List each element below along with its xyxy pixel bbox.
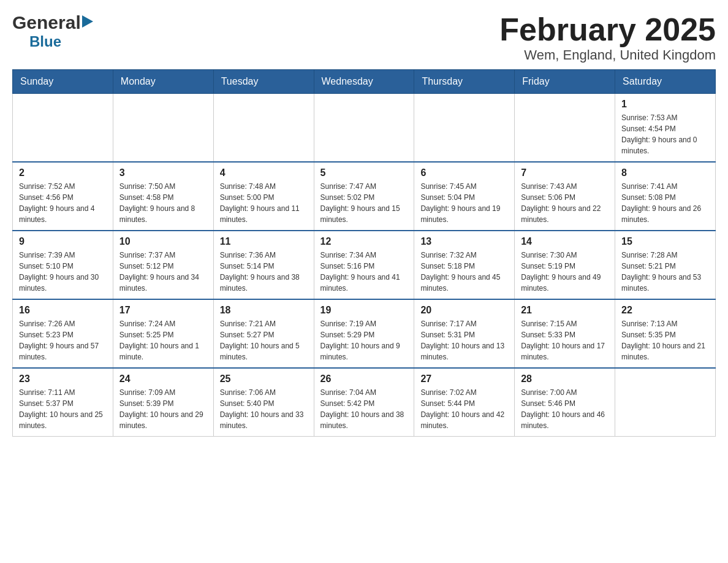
calendar-cell: 27Sunrise: 7:02 AM Sunset: 5:44 PM Dayli… xyxy=(414,368,515,437)
day-number: 1 xyxy=(621,99,709,110)
day-number: 28 xyxy=(521,373,609,385)
day-number: 11 xyxy=(220,236,308,247)
day-number: 3 xyxy=(119,167,207,178)
day-number: 6 xyxy=(420,167,508,178)
calendar-cell: 19Sunrise: 7:19 AM Sunset: 5:29 PM Dayli… xyxy=(314,299,414,368)
calendar-cell xyxy=(13,94,113,163)
day-number: 5 xyxy=(320,167,408,178)
logo-triangle-icon xyxy=(82,15,93,28)
day-info: Sunrise: 7:37 AM Sunset: 5:12 PM Dayligh… xyxy=(119,250,207,294)
day-info: Sunrise: 7:53 AM Sunset: 4:54 PM Dayligh… xyxy=(621,112,709,156)
day-info: Sunrise: 7:02 AM Sunset: 5:44 PM Dayligh… xyxy=(420,387,508,431)
calendar-cell: 17Sunrise: 7:24 AM Sunset: 5:25 PM Dayli… xyxy=(113,299,213,368)
day-info: Sunrise: 7:41 AM Sunset: 5:08 PM Dayligh… xyxy=(621,181,709,225)
calendar-cell: 11Sunrise: 7:36 AM Sunset: 5:14 PM Dayli… xyxy=(213,231,314,299)
calendar-cell: 21Sunrise: 7:15 AM Sunset: 5:33 PM Dayli… xyxy=(515,299,615,368)
calendar-cell xyxy=(213,94,314,163)
day-info: Sunrise: 7:52 AM Sunset: 4:56 PM Dayligh… xyxy=(19,181,107,225)
day-info: Sunrise: 7:48 AM Sunset: 5:00 PM Dayligh… xyxy=(220,181,308,225)
week-row-2: 2Sunrise: 7:52 AM Sunset: 4:56 PM Daylig… xyxy=(13,162,716,231)
calendar-cell: 13Sunrise: 7:32 AM Sunset: 5:18 PM Dayli… xyxy=(414,231,515,299)
calendar-cell: 6Sunrise: 7:45 AM Sunset: 5:04 PM Daylig… xyxy=(414,162,515,231)
day-number: 19 xyxy=(320,305,408,316)
week-row-5: 23Sunrise: 7:11 AM Sunset: 5:37 PM Dayli… xyxy=(13,368,716,437)
header-friday: Friday xyxy=(515,70,615,94)
day-info: Sunrise: 7:19 AM Sunset: 5:29 PM Dayligh… xyxy=(320,318,408,362)
week-row-1: 1Sunrise: 7:53 AM Sunset: 4:54 PM Daylig… xyxy=(13,94,716,163)
calendar-cell: 3Sunrise: 7:50 AM Sunset: 4:58 PM Daylig… xyxy=(113,162,213,231)
day-info: Sunrise: 7:34 AM Sunset: 5:16 PM Dayligh… xyxy=(320,250,408,294)
header: General Blue February 2025 Wem, England,… xyxy=(12,12,716,63)
day-number: 7 xyxy=(521,167,609,178)
calendar-cell xyxy=(615,368,716,437)
day-info: Sunrise: 7:21 AM Sunset: 5:27 PM Dayligh… xyxy=(220,318,308,362)
logo-general-text: General xyxy=(12,12,81,33)
calendar-cell: 12Sunrise: 7:34 AM Sunset: 5:16 PM Dayli… xyxy=(314,231,414,299)
calendar-cell: 15Sunrise: 7:28 AM Sunset: 5:21 PM Dayli… xyxy=(615,231,716,299)
calendar-cell: 4Sunrise: 7:48 AM Sunset: 5:00 PM Daylig… xyxy=(213,162,314,231)
calendar-subtitle: Wem, England, United Kingdom xyxy=(499,47,716,63)
day-info: Sunrise: 7:17 AM Sunset: 5:31 PM Dayligh… xyxy=(420,318,508,362)
day-info: Sunrise: 7:32 AM Sunset: 5:18 PM Dayligh… xyxy=(420,250,508,294)
day-number: 4 xyxy=(220,167,308,178)
day-number: 14 xyxy=(521,236,609,247)
calendar-cell xyxy=(314,94,414,163)
calendar-header-row: SundayMondayTuesdayWednesdayThursdayFrid… xyxy=(13,70,716,94)
day-info: Sunrise: 7:45 AM Sunset: 5:04 PM Dayligh… xyxy=(420,181,508,225)
header-sunday: Sunday xyxy=(13,70,113,94)
day-info: Sunrise: 7:39 AM Sunset: 5:10 PM Dayligh… xyxy=(19,250,107,294)
day-info: Sunrise: 7:26 AM Sunset: 5:23 PM Dayligh… xyxy=(19,318,107,362)
calendar-cell: 1Sunrise: 7:53 AM Sunset: 4:54 PM Daylig… xyxy=(615,94,716,163)
week-row-4: 16Sunrise: 7:26 AM Sunset: 5:23 PM Dayli… xyxy=(13,299,716,368)
day-info: Sunrise: 7:28 AM Sunset: 5:21 PM Dayligh… xyxy=(621,250,709,294)
calendar-cell: 26Sunrise: 7:04 AM Sunset: 5:42 PM Dayli… xyxy=(314,368,414,437)
day-info: Sunrise: 7:24 AM Sunset: 5:25 PM Dayligh… xyxy=(119,318,207,362)
calendar-cell: 16Sunrise: 7:26 AM Sunset: 5:23 PM Dayli… xyxy=(13,299,113,368)
day-number: 2 xyxy=(19,167,107,178)
logo: General Blue xyxy=(12,12,93,50)
day-info: Sunrise: 7:00 AM Sunset: 5:46 PM Dayligh… xyxy=(521,387,609,431)
title-block: February 2025 Wem, England, United Kingd… xyxy=(499,12,716,63)
day-number: 10 xyxy=(119,236,207,247)
day-info: Sunrise: 7:30 AM Sunset: 5:19 PM Dayligh… xyxy=(521,250,609,294)
header-tuesday: Tuesday xyxy=(213,70,314,94)
calendar-cell: 14Sunrise: 7:30 AM Sunset: 5:19 PM Dayli… xyxy=(515,231,615,299)
day-info: Sunrise: 7:09 AM Sunset: 5:39 PM Dayligh… xyxy=(119,387,207,431)
calendar-cell: 22Sunrise: 7:13 AM Sunset: 5:35 PM Dayli… xyxy=(615,299,716,368)
calendar-cell: 9Sunrise: 7:39 AM Sunset: 5:10 PM Daylig… xyxy=(13,231,113,299)
day-number: 20 xyxy=(420,305,508,316)
calendar-title: February 2025 xyxy=(499,12,716,47)
calendar-cell: 2Sunrise: 7:52 AM Sunset: 4:56 PM Daylig… xyxy=(13,162,113,231)
calendar-cell: 5Sunrise: 7:47 AM Sunset: 5:02 PM Daylig… xyxy=(314,162,414,231)
header-thursday: Thursday xyxy=(414,70,515,94)
day-number: 12 xyxy=(320,236,408,247)
day-info: Sunrise: 7:43 AM Sunset: 5:06 PM Dayligh… xyxy=(521,181,609,225)
day-number: 25 xyxy=(220,373,308,385)
calendar-cell: 24Sunrise: 7:09 AM Sunset: 5:39 PM Dayli… xyxy=(113,368,213,437)
day-number: 13 xyxy=(420,236,508,247)
day-info: Sunrise: 7:11 AM Sunset: 5:37 PM Dayligh… xyxy=(19,387,107,431)
day-number: 27 xyxy=(420,373,508,385)
logo-blue-text: Blue xyxy=(29,33,61,50)
calendar-cell: 28Sunrise: 7:00 AM Sunset: 5:46 PM Dayli… xyxy=(515,368,615,437)
day-info: Sunrise: 7:06 AM Sunset: 5:40 PM Dayligh… xyxy=(220,387,308,431)
day-number: 22 xyxy=(621,305,709,316)
day-number: 16 xyxy=(19,305,107,316)
calendar-cell xyxy=(113,94,213,163)
calendar-cell: 25Sunrise: 7:06 AM Sunset: 5:40 PM Dayli… xyxy=(213,368,314,437)
day-info: Sunrise: 7:04 AM Sunset: 5:42 PM Dayligh… xyxy=(320,387,408,431)
calendar-cell: 20Sunrise: 7:17 AM Sunset: 5:31 PM Dayli… xyxy=(414,299,515,368)
header-wednesday: Wednesday xyxy=(314,70,414,94)
header-saturday: Saturday xyxy=(615,70,716,94)
day-number: 18 xyxy=(220,305,308,316)
day-number: 8 xyxy=(621,167,709,178)
day-number: 24 xyxy=(119,373,207,385)
day-info: Sunrise: 7:50 AM Sunset: 4:58 PM Dayligh… xyxy=(119,181,207,225)
day-number: 23 xyxy=(19,373,107,385)
day-info: Sunrise: 7:47 AM Sunset: 5:02 PM Dayligh… xyxy=(320,181,408,225)
calendar-table: SundayMondayTuesdayWednesdayThursdayFrid… xyxy=(12,69,716,437)
week-row-3: 9Sunrise: 7:39 AM Sunset: 5:10 PM Daylig… xyxy=(13,231,716,299)
day-number: 17 xyxy=(119,305,207,316)
calendar-cell xyxy=(515,94,615,163)
svg-marker-0 xyxy=(82,15,93,28)
